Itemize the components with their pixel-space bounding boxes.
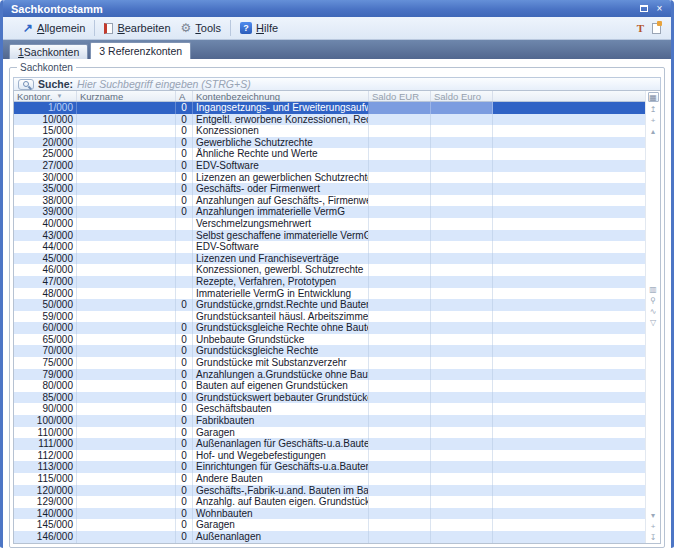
cell-saldo_euro: [431, 264, 493, 276]
menu-hilfe[interactable]: ?Hilfe: [235, 20, 283, 36]
cell-konto: 48/000: [14, 288, 77, 300]
table-row[interactable]: 111/0000Außenanlagen für Geschäfts-u.a.B…: [14, 438, 645, 450]
cell-saldo_eur: [369, 461, 431, 473]
table-row[interactable]: 46/000Konzessionen, gewerbl. Schutzrecht…: [14, 264, 645, 276]
column-header-kurzname[interactable]: Kurzname: [77, 91, 176, 101]
cell-konto: 145/000: [14, 519, 77, 531]
cell-a: 0: [176, 438, 193, 450]
cell-filler: [493, 403, 645, 415]
column-header-konto[interactable]: Kontonr.▼: [14, 91, 77, 101]
search-button[interactable]: [18, 79, 34, 90]
table-row[interactable]: 75/0000Grundstücke mit Substanzverzehr: [14, 357, 645, 369]
table-row[interactable]: 70/0000Grundstücksgleiche Rechte: [14, 345, 645, 357]
columns-icon[interactable]: ▥: [647, 286, 659, 294]
table-row[interactable]: 90/0000Geschäftsbauten: [14, 403, 645, 415]
cell-saldo_eur: [369, 195, 431, 207]
cell-kurzname: [77, 160, 176, 172]
arrow-up-right-icon: ↗: [23, 23, 33, 33]
table-row[interactable]: 115/0000Andere Bauten: [14, 473, 645, 485]
table-row[interactable]: 10/0000Entgeltl. erworbene Konzessionen,…: [14, 114, 645, 126]
table-row[interactable]: 145/0000Garagen: [14, 519, 645, 531]
cell-bez: EDV-Software: [193, 160, 369, 172]
cell-a: 0: [176, 345, 193, 357]
menu-allgemein[interactable]: ↗Allgemein: [18, 20, 90, 36]
cell-a: 0: [176, 392, 193, 404]
cell-saldo_euro: [431, 206, 493, 218]
cell-konto: 112/000: [14, 450, 77, 462]
table-row[interactable]: 50/0000Grundstücke,grndst.Rechte und Bau…: [14, 299, 645, 311]
table-row[interactable]: 140/0000Wohnbauten: [14, 508, 645, 520]
pin-icon[interactable]: T: [637, 22, 644, 34]
table-row[interactable]: 59/000Grundstücksanteil häusl. Arbeitszi…: [14, 311, 645, 323]
table-row[interactable]: 146/0000Außenanlagen: [14, 531, 645, 543]
table-row[interactable]: 25/0000Ähnliche Rechte und Werte: [14, 148, 645, 160]
column-header-a[interactable]: A: [176, 91, 193, 101]
notes-icon[interactable]: [652, 23, 661, 34]
cell-bez: Grundstückswert bebauter Grundstücke: [193, 392, 369, 404]
tab-3-referenzkonten[interactable]: 3 Referenzkonten: [90, 42, 191, 59]
tab-1-sachkonten[interactable]: 1 Sachkonten: [9, 44, 88, 59]
cell-kurzname: [77, 473, 176, 485]
toolbar: ↗AllgemeinBearbeiten⚙Tools?Hilfe T: [3, 17, 671, 40]
table-row[interactable]: 15/0000Konzessionen: [14, 125, 645, 137]
table-row[interactable]: 20/0000Gewerbliche Schutzrechte: [14, 137, 645, 149]
cell-bez: Konzessionen: [193, 125, 369, 137]
table-row[interactable]: 39/0000Anzahlungen immaterielle VermG: [14, 206, 645, 218]
restore-button[interactable]: [637, 3, 650, 15]
table-row[interactable]: 27/0000EDV-Software: [14, 160, 645, 172]
menu-bearbeiten[interactable]: Bearbeiten: [99, 20, 175, 36]
chart-icon[interactable]: ∿: [647, 308, 659, 316]
table-row[interactable]: 85/0000Grundstückswert bebauter Grundstü…: [14, 392, 645, 404]
scroll-down-icon[interactable]: ▾: [647, 512, 659, 520]
scroll-position-icon[interactable]: +: [647, 117, 659, 125]
table-row[interactable]: 1/0000Ingangsetzungs- und Erweiterungsau…: [14, 102, 645, 114]
table-row[interactable]: 110/0000Garagen: [14, 427, 645, 439]
cell-filler: [493, 195, 645, 207]
table-row[interactable]: 48/000Immaterielle VermG in Entwicklung: [14, 288, 645, 300]
table-row[interactable]: 65/0000Unbebaute Grundstücke: [14, 334, 645, 346]
gear-icon: ⚙: [181, 23, 192, 34]
column-chooser-icon[interactable]: ▦: [648, 92, 659, 102]
search-input[interactable]: [77, 78, 656, 90]
scroll-position2-icon[interactable]: +: [647, 523, 659, 531]
close-button[interactable]: ×: [653, 3, 666, 15]
cell-bez: Grundstücksgleiche Rechte: [193, 345, 369, 357]
cell-kurzname: [77, 288, 176, 300]
table-row[interactable]: 129/0000Anzahlg. auf Bauten eigen. Grund…: [14, 496, 645, 508]
cell-saldo_eur: [369, 322, 431, 334]
zoom-icon[interactable]: ⚲: [647, 297, 659, 305]
notebook-icon: [104, 23, 113, 34]
column-header-saldo_eur[interactable]: Saldo EUR: [369, 91, 431, 101]
table-row[interactable]: 120/0000Geschäfts-,Fabrik-u.and. Bauten …: [14, 485, 645, 497]
cell-konto: 111/000: [14, 438, 77, 450]
scroll-up-icon[interactable]: ▴: [647, 128, 659, 136]
cell-filler: [493, 311, 645, 323]
cell-a: 0: [176, 380, 193, 392]
table-row[interactable]: 45/000Lizenzen und Franchiseverträge: [14, 253, 645, 265]
cell-konto: 90/000: [14, 403, 77, 415]
scroll-last-icon[interactable]: ↧: [647, 534, 659, 542]
column-header-bez[interactable]: Kontenbezeichnung: [193, 91, 369, 101]
cell-saldo_eur: [369, 334, 431, 346]
table-row[interactable]: 60/0000Grundstücksgleiche Rechte ohne Ba…: [14, 322, 645, 334]
table-row[interactable]: 30/0000Lizenzen an gewerblichen Schutzre…: [14, 172, 645, 184]
table-row[interactable]: 113/0000Einrichtungen für Geschäfts-u.a.…: [14, 461, 645, 473]
table-row[interactable]: 80/0000Bauten auf eigenen Grundstücken: [14, 380, 645, 392]
table-row[interactable]: 100/0000Fabrikbauten: [14, 415, 645, 427]
table-row[interactable]: 79/0000Anzahlungen a.Grundstücke ohne Ba…: [14, 369, 645, 381]
cell-saldo_euro: [431, 114, 493, 126]
cell-a: [176, 276, 193, 288]
table-row[interactable]: 38/0000Anzahlungen auf Geschäfts-, Firme…: [14, 195, 645, 207]
table-row[interactable]: 47/000Rezepte, Verfahren, Prototypen: [14, 276, 645, 288]
cell-kurzname: [77, 241, 176, 253]
cell-saldo_euro: [431, 380, 493, 392]
table-row[interactable]: 44/000EDV-Software: [14, 241, 645, 253]
menu-tools[interactable]: ⚙Tools: [176, 20, 226, 36]
table-row[interactable]: 43/000Selbst geschaffene immaterielle Ve…: [14, 230, 645, 242]
filter-icon[interactable]: ▽: [647, 319, 659, 327]
table-row[interactable]: 35/0000Geschäfts- oder Firmenwert: [14, 183, 645, 195]
table-row[interactable]: 40/000Verschmelzungsmehrwert: [14, 218, 645, 230]
scroll-first-icon[interactable]: ↥: [647, 106, 659, 114]
table-row[interactable]: 112/0000Hof- und Wegebefestigungen: [14, 450, 645, 462]
column-header-saldo_euro[interactable]: Saldo Euro: [431, 91, 493, 101]
